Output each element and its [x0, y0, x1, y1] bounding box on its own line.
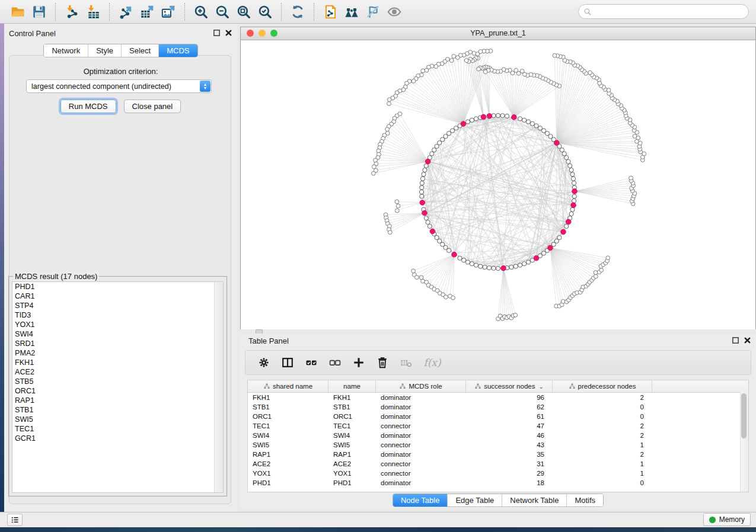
network-file-button[interactable] [320, 2, 341, 21]
mcds-result-item[interactable]: GCR1 [12, 434, 223, 443]
zoom-in-button[interactable] [190, 2, 212, 21]
mcds-result-item[interactable]: PHD1 [12, 282, 223, 291]
open-file-button[interactable] [7, 2, 28, 21]
status-bar: Memory [0, 512, 756, 527]
cell: SWI5 [248, 440, 328, 450]
optimization-criterion-select[interactable]: largest connected component (undirected)… [26, 79, 212, 93]
search-box[interactable] [578, 4, 749, 19]
mcds-result-item[interactable]: PMA2 [12, 348, 223, 358]
column-header-name[interactable]: name [328, 380, 376, 392]
table-row[interactable]: TEC1TEC1connector472 [248, 421, 748, 431]
close-panel-button[interactable]: Close panel [124, 100, 181, 113]
column-type-icon [263, 383, 270, 390]
close-window-icon[interactable] [247, 30, 254, 37]
mcds-result-item[interactable]: ORC1 [12, 386, 223, 396]
mcds-result-item[interactable]: RAP1 [12, 396, 223, 405]
mcds-result-item[interactable]: TID3 [12, 310, 223, 320]
column-header-predecessor-nodes[interactable]: predecessor nodes [553, 380, 652, 392]
delete-table-button [397, 354, 415, 371]
select-all-button[interactable] [302, 354, 320, 371]
network-canvas[interactable] [241, 40, 755, 329]
hide-selected-icon [365, 4, 381, 20]
table-row[interactable]: STB1STB1dominator620 [248, 402, 748, 412]
task-history-button[interactable] [7, 514, 23, 526]
split-view-button[interactable] [279, 354, 296, 371]
cell: PHD1 [248, 478, 328, 488]
tab-select[interactable]: Select [121, 44, 158, 57]
cell: TEC1 [328, 421, 376, 431]
close-panel-icon[interactable] [225, 29, 232, 37]
table-row[interactable]: SWI5SWI5connector431 [248, 440, 748, 450]
search-input[interactable] [595, 7, 744, 17]
table-row[interactable]: ACE2ACE2connector311 [248, 459, 748, 469]
cell: connector [376, 459, 466, 469]
mcds-result-item[interactable]: SRD1 [12, 339, 223, 348]
cell: FKH1 [248, 393, 328, 402]
table-row[interactable]: ORC1ORC1dominator610 [248, 412, 748, 421]
tab-mcds[interactable]: MCDS [158, 44, 197, 57]
add-row-button[interactable] [350, 354, 368, 371]
cell: YOX1 [328, 469, 376, 478]
mcds-result-item[interactable]: STB1 [12, 405, 223, 415]
tab-style[interactable]: Style [88, 44, 121, 57]
cell: 2 [553, 431, 652, 440]
tab-network-table[interactable]: Network Table [502, 494, 566, 507]
float-panel-icon[interactable] [213, 29, 221, 37]
table-scrollbar-thumb[interactable] [741, 393, 747, 438]
mcds-result-item[interactable]: FKH1 [12, 358, 223, 367]
tab-edge-table[interactable]: Edge Table [447, 494, 502, 507]
import-network-button[interactable] [61, 2, 82, 21]
mcds-result-item[interactable]: STP4 [12, 301, 223, 310]
zoom-fit-button[interactable] [233, 2, 254, 21]
zoom-window-icon[interactable] [270, 30, 277, 37]
minimize-window-icon[interactable] [259, 30, 266, 37]
refresh-button[interactable] [287, 2, 308, 21]
table-row[interactable]: SWI4SWI4dominator462 [248, 431, 748, 440]
mcds-result-item[interactable]: ACE2 [12, 367, 223, 377]
table-panel-titlebar: Table Panel [240, 335, 756, 348]
table-row[interactable]: PHD1PHD1dominator180 [248, 478, 748, 488]
table-row[interactable]: YOX1YOX1connector291 [248, 469, 748, 478]
save-session-button[interactable] [28, 2, 50, 21]
mcds-result-item[interactable]: STB5 [12, 377, 223, 386]
zoom-out-button[interactable] [212, 2, 233, 21]
mcds-list-scrollbar[interactable] [214, 282, 223, 492]
export-table-button[interactable] [136, 2, 158, 21]
show-all-button[interactable] [384, 2, 405, 21]
zoom-selected-button[interactable] [254, 2, 276, 21]
cell: 96 [466, 393, 553, 402]
mcds-result-item[interactable]: YOX1 [12, 320, 223, 329]
export-image-button[interactable] [158, 2, 179, 21]
tab-node-table[interactable]: Node Table [393, 494, 448, 507]
deselect-all-button[interactable] [326, 354, 344, 371]
delete-row-button[interactable] [374, 354, 391, 371]
run-mcds-button[interactable]: Run MCDS [60, 100, 116, 113]
table-row[interactable]: FKH1FKH1dominator962 [248, 393, 748, 402]
delete-table-icon [400, 356, 413, 369]
column-header-mcds-role[interactable]: MCDS role [376, 380, 466, 392]
table-row[interactable]: RAP1RAP1dominator352 [248, 450, 748, 459]
mcds-result-item[interactable]: TEC1 [12, 424, 223, 434]
float-table-panel-icon[interactable] [732, 336, 739, 344]
find-button[interactable] [341, 2, 362, 21]
tab-network[interactable]: Network [44, 44, 88, 57]
hide-selected-button[interactable] [362, 2, 384, 21]
mcds-result-item[interactable]: SWI5 [12, 415, 223, 424]
import-table-button[interactable] [82, 2, 104, 21]
settings-button[interactable] [255, 354, 273, 371]
column-header-shared-name[interactable]: shared name [248, 380, 328, 392]
mcds-result-item[interactable]: CAR1 [12, 291, 223, 301]
close-table-panel-icon[interactable] [744, 336, 751, 344]
table-panel-title: Table Panel [240, 335, 756, 348]
tab-motifs[interactable]: Motifs [566, 494, 603, 507]
memory-button[interactable]: Memory [703, 513, 751, 526]
column-header-successor-nodes[interactable]: successor nodes⌄ [466, 380, 553, 392]
export-table-icon [139, 4, 155, 20]
cell: 0 [553, 412, 652, 421]
column-label: predecessor nodes [578, 383, 636, 390]
table-scrollbar[interactable] [740, 392, 748, 492]
cell: SWI5 [328, 440, 376, 450]
mcds-result-item[interactable]: SWI4 [12, 329, 223, 339]
mcds-result-list[interactable]: PHD1CAR1STP4TID3YOX1SWI4SRD1PMA2FKH1ACE2… [12, 281, 224, 493]
export-network-button[interactable] [115, 2, 136, 21]
